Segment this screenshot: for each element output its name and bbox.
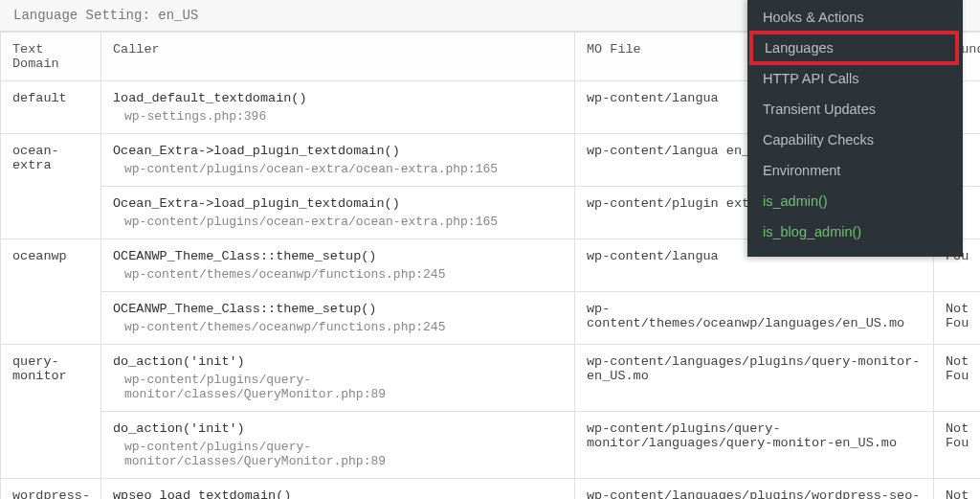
cell-domain: default (1, 81, 101, 134)
cell-caller: do_action('init') wp-content/plugins/que… (101, 345, 575, 412)
cell-caller: load_default_textdomain() wp-settings.ph… (101, 81, 575, 134)
cell-caller: OCEANWP_Theme_Class::theme_setup() wp-co… (101, 239, 575, 292)
cell-domain: query-monitor (1, 345, 101, 479)
cell-mo: wp-content/languages/plugins/wordpress-s… (575, 479, 934, 500)
caller-main: Ocean_Extra->load_plugin_textdomain() (113, 196, 400, 211)
menu-item-environment[interactable]: Environment (747, 155, 963, 186)
caller-main: OCEANWP_Theme_Class::theme_setup() (113, 249, 376, 263)
caller-sub: wp-content/themes/oceanwp/functions.php:… (113, 316, 563, 334)
cell-found: Not Fou (934, 292, 981, 345)
qm-panel-menu: Hooks & Actions Languages HTTP API Calls… (747, 0, 963, 257)
menu-item-capability[interactable]: Capability Checks (747, 125, 963, 155)
caller-sub: wp-settings.php:396 (113, 105, 563, 124)
cell-found: Not Fou (934, 345, 981, 412)
caller-main: load_default_textdomain() (113, 91, 307, 105)
table-row: wordpress-seo wpseo_load_textdomain() wp… (1, 479, 981, 500)
caller-sub: wp-content/plugins/query-monitor/classes… (113, 369, 563, 401)
caller-main: OCEANWP_Theme_Class::theme_setup() (113, 302, 376, 316)
cell-caller: Ocean_Extra->load_plugin_textdomain() wp… (101, 134, 575, 187)
menu-item-is-blog-admin[interactable]: is_blog_admin() (747, 216, 963, 247)
caller-main: do_action('init') (113, 354, 245, 369)
cell-mo: wp-content/languages/plugins/query-monit… (575, 345, 934, 412)
table-row: do_action('init') wp-content/plugins/que… (1, 412, 981, 479)
cell-caller: do_action('init') wp-content/plugins/que… (101, 412, 575, 479)
cell-caller: OCEANWP_Theme_Class::theme_setup() wp-co… (101, 292, 575, 345)
col-caller: Caller (101, 33, 575, 81)
cell-domain: wordpress-seo (1, 479, 101, 500)
table-row: query-monitor do_action('init') wp-conte… (1, 345, 981, 412)
cell-domain: oceanwp (1, 239, 101, 345)
menu-item-hooks[interactable]: Hooks & Actions (747, 2, 963, 33)
caller-main: wpseo_load_textdomain() (113, 488, 291, 499)
menu-item-languages[interactable]: Languages (753, 34, 955, 61)
menu-item-is-admin[interactable]: is_admin() (747, 186, 963, 216)
col-text-domain: Text Domain (1, 33, 101, 81)
menu-highlight: Languages (749, 31, 959, 65)
cell-caller: Ocean_Extra->load_plugin_textdomain() wp… (101, 187, 575, 239)
caller-main: Ocean_Extra->load_plugin_textdomain() (113, 144, 400, 158)
cell-mo: wp-content/themes/oceanwp/languages/en_U… (575, 292, 934, 345)
cell-mo: wp-content/plugins/query-monitor/languag… (575, 412, 934, 479)
caller-sub: wp-content/themes/oceanwp/functions.php:… (113, 263, 563, 282)
cell-found: Not Fou (934, 412, 981, 479)
table-row: OCEANWP_Theme_Class::theme_setup() wp-co… (1, 292, 981, 345)
caller-main: do_action('init') (113, 421, 245, 436)
cell-domain: ocean-extra (1, 134, 101, 239)
cell-found: Not Fou (934, 479, 981, 500)
menu-item-http[interactable]: HTTP API Calls (747, 63, 963, 94)
cell-caller: wpseo_load_textdomain() wp-content/plugi… (101, 479, 575, 500)
caller-sub: wp-content/plugins/ocean-extra/ocean-ext… (113, 158, 563, 176)
caller-sub: wp-content/plugins/ocean-extra/ocean-ext… (113, 211, 563, 229)
menu-item-transient[interactable]: Transient Updates (747, 94, 963, 125)
caller-sub: wp-content/plugins/query-monitor/classes… (113, 436, 563, 468)
